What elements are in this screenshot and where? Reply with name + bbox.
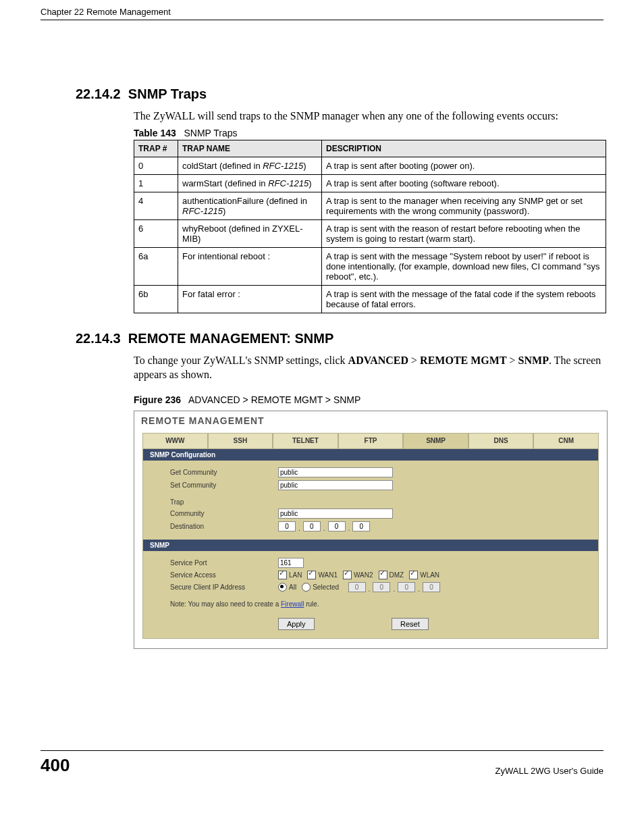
note-row: Note: You may also need to create a Fire… [143, 594, 598, 608]
checkbox-label: WAN2 [354, 571, 373, 579]
cell-trap-name: coldStart (defined in RFC-1215) [178, 157, 322, 174]
cell-trap-num: 6a [134, 247, 178, 285]
input-get-community[interactable] [278, 467, 393, 477]
tab-www[interactable]: WWW [142, 433, 208, 448]
section2-body: To change your ZyWALL's SNMP settings, c… [134, 353, 603, 382]
tab-bar: WWWSSHTELNETFTPSNMPDNSCNM [134, 433, 607, 448]
tab-ftp[interactable]: FTP [338, 433, 404, 448]
row-trap: Trap [143, 497, 598, 507]
cell-description: A trap is sent with the message of the f… [322, 285, 606, 313]
col-description: DESCRIPTION [322, 140, 606, 157]
section1-body: The ZyWALL will send traps to the SNMP m… [134, 109, 603, 124]
page-footer: 400 ZyWALL 2WG User's Guide [41, 750, 603, 776]
row-service-access: Service Access LANWAN1WAN2DMZWLAN [143, 569, 598, 581]
cell-trap-num: 6b [134, 285, 178, 313]
input-secure-2[interactable] [373, 582, 390, 592]
access-options: LANWAN1WAN2DMZWLAN [278, 571, 445, 579]
section-num: 22.14.3 [76, 331, 121, 346]
input-secure-3[interactable] [398, 582, 415, 592]
label-service-access: Service Access [170, 571, 278, 579]
snmp-panel: SNMP Configuration Get Community Set Com… [142, 448, 599, 639]
checkbox-dmz[interactable] [379, 571, 387, 579]
input-community[interactable] [278, 509, 393, 519]
tab-dns[interactable]: DNS [468, 433, 534, 448]
button-row: Apply Reset [143, 608, 598, 630]
screenshot-title: REMOTE MANAGEMENT [134, 411, 607, 433]
row-destination: Destination . . . [143, 520, 598, 533]
radio-selected[interactable] [302, 583, 311, 592]
reset-button[interactable]: Reset [392, 618, 429, 630]
cell-trap-name: authenticationFailure (defined in RFC-12… [178, 192, 322, 219]
guide-name: ZyWALL 2WG User's Guide [495, 766, 603, 776]
cell-description: A trap is sent after booting (power on). [322, 157, 606, 174]
table-row: 0coldStart (defined in RFC-1215)A trap i… [134, 157, 606, 174]
col-trap-num: TRAP # [134, 140, 178, 157]
table-row: 6bFor fatal error :A trap is sent with t… [134, 285, 606, 313]
section-title: REMOTE MANAGEMENT: SNMP [128, 331, 333, 346]
row-set-community: Set Community [143, 479, 598, 492]
input-dest-4[interactable] [352, 521, 370, 531]
checkbox-label: WLAN [420, 571, 439, 579]
radio-all[interactable] [278, 583, 287, 592]
cell-trap-name: warmStart (defined in RFC-1215) [178, 174, 322, 192]
table-num: Table 143 [134, 128, 176, 138]
figure-title: ADVANCED > REMOTE MGMT > SNMP [188, 394, 360, 405]
figure-num: Figure 236 [134, 394, 181, 405]
page-number: 400 [41, 755, 70, 776]
cell-trap-name: whyReboot (defined in ZYXEL-MIB) [178, 219, 322, 247]
firewall-link[interactable]: Firewall [281, 600, 304, 608]
snmp-traps-table: TRAP # TRAP NAME DESCRIPTION 0coldStart … [134, 140, 606, 313]
row-service-port: Service Port [143, 556, 598, 569]
label-community: Community [170, 510, 278, 517]
cell-trap-name: For fatal error : [178, 285, 322, 313]
section-bar-config: SNMP Configuration [143, 449, 598, 461]
snmp-screenshot: REMOTE MANAGEMENT WWWSSHTELNETFTPSNMPDNS… [134, 411, 608, 649]
cell-description: A trap is sent after booting (software r… [322, 174, 606, 192]
checkbox-lan[interactable] [278, 571, 287, 579]
tab-ssh[interactable]: SSH [208, 433, 273, 448]
input-set-community[interactable] [278, 480, 393, 490]
input-dest-2[interactable] [303, 521, 321, 531]
input-service-port[interactable] [278, 558, 304, 568]
figure-caption: Figure 236 ADVANCED > REMOTE MGMT > SNMP [134, 394, 603, 405]
section-title: SNMP Traps [128, 86, 207, 101]
label-trap: Trap [170, 498, 278, 506]
checkbox-label: DMZ [390, 571, 404, 579]
cell-trap-num: 6 [134, 219, 178, 247]
table-row: 6aFor intentional reboot :A trap is sent… [134, 247, 606, 285]
input-dest-1[interactable] [278, 521, 296, 531]
checkbox-label: LAN [289, 571, 302, 579]
radio-all-label: All [289, 583, 296, 591]
col-trap-name: TRAP NAME [178, 140, 322, 157]
input-secure-1[interactable] [348, 582, 366, 592]
cell-trap-num: 4 [134, 192, 178, 219]
apply-button[interactable]: Apply [278, 618, 315, 630]
tab-snmp[interactable]: SNMP [403, 433, 468, 448]
table-row: 4authenticationFailure (defined in RFC-1… [134, 192, 606, 219]
checkbox-label: WAN1 [318, 571, 338, 579]
row-secure-ip: Secure Client IP Address All Selected . … [143, 581, 598, 594]
table-row: 6whyReboot (defined in ZYXEL-MIB)A trap … [134, 219, 606, 247]
section-bar-snmp: SNMP [143, 540, 598, 551]
cell-trap-num: 1 [134, 174, 178, 192]
row-community: Community [143, 507, 598, 520]
section-heading-1: 22.14.2 SNMP Traps [76, 86, 603, 102]
cell-description: A trap is sent to the manager when recei… [322, 192, 606, 219]
tab-telnet[interactable]: TELNET [273, 433, 338, 448]
label-secure-ip: Secure Client IP Address [170, 583, 278, 591]
row-get-community: Get Community [143, 466, 598, 479]
tab-cnm[interactable]: CNM [533, 433, 599, 448]
checkbox-wlan[interactable] [409, 571, 418, 579]
input-secure-4[interactable] [423, 582, 440, 592]
checkbox-wan2[interactable] [343, 571, 352, 579]
label-set-community: Set Community [170, 481, 278, 489]
label-service-port: Service Port [170, 559, 278, 567]
checkbox-wan1[interactable] [307, 571, 316, 579]
cell-description: A trap is sent with the reason of restar… [322, 219, 606, 247]
input-dest-3[interactable] [328, 521, 346, 531]
table-title: SNMP Traps [184, 128, 237, 138]
cell-description: A trap is sent with the message "System … [322, 247, 606, 285]
label-destination: Destination [170, 523, 278, 530]
radio-selected-label: Selected [313, 583, 339, 591]
section-heading-2: 22.14.3 REMOTE MANAGEMENT: SNMP [76, 331, 603, 346]
